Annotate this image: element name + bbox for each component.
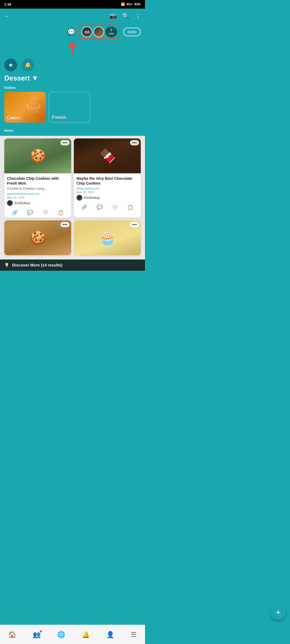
recipe-body-1: Chocolate Chip Cookies with Fresh Mint A… [4, 173, 71, 218]
folder-cakes-label: Cakes! [4, 114, 24, 123]
camera-button[interactable]: 📷 [110, 13, 117, 20]
more-icon: ⋮ [135, 13, 141, 20]
member-avatar-city [93, 27, 104, 37]
status-bar: 1:38 📶 4G+ 93% [0, 0, 145, 9]
members-group[interactable]: DA 7 total [79, 25, 120, 39]
recipe-img-container-1: 🍪 ••• [4, 138, 71, 173]
bell-button[interactable]: 🔔 [21, 58, 34, 71]
header-icons-row: ★ 🔔 [0, 56, 145, 71]
recipe-card-4[interactable]: 🧁 ••• [74, 220, 141, 255]
folder-cakes[interactable]: 🎂 Cakes! [4, 92, 46, 123]
author-avatar-1: 🌑 [7, 200, 13, 206]
recipe-card-2[interactable]: 🍫 ••• Maybe the Very Best Chocolate Chip… [74, 138, 141, 218]
recipe-date-2: May 26, 2021 [77, 191, 138, 194]
recipe-actions-2: 🔗 💬 🤍 📋 [77, 202, 138, 211]
discover-icon: 💡 [4, 263, 9, 268]
recipe-img-container-4: 🧁 ••• [74, 220, 141, 255]
recipe-subtitle-1: A Guide to Creative Living... [7, 187, 68, 191]
recipe-img-container-2: 🍫 ••• [74, 138, 141, 173]
recipe-grid: 🍪 ••• Chocolate Chip Cookies with Fresh … [0, 136, 145, 259]
top-nav: ← 📷 🔍 ⋮ [0, 9, 145, 24]
recipe-actions-1: 🔗 💬 🤍 📋 [7, 208, 68, 217]
arrow-svg [64, 40, 81, 56]
search-icon: 🔍 [122, 13, 129, 20]
comment-btn-2[interactable]: 💬 [96, 204, 104, 210]
discover-label: Discover More (14 results) [12, 263, 63, 267]
save-btn-1[interactable]: 📋 [57, 210, 65, 215]
recipe-menu-btn-2[interactable]: ••• [130, 140, 139, 145]
recipe-date-1: May 26, 2021 [7, 196, 68, 199]
save-btn-2[interactable]: 📋 [126, 204, 134, 210]
folders-label: folders [0, 84, 145, 92]
star-icon: ★ [8, 62, 13, 68]
svg-rect-0 [71, 46, 74, 54]
folder-french[interactable]: French [49, 92, 90, 123]
more-button[interactable]: ⋮ [135, 13, 141, 20]
folder-french-label: French [49, 113, 69, 122]
recipe-menu-btn-1[interactable]: ••• [60, 140, 70, 145]
link-btn-1[interactable]: 🔗 [11, 210, 19, 215]
author-name-1: EricBublup [15, 201, 30, 205]
chat-icon: 💬 [67, 28, 75, 35]
recipe-card-3[interactable]: 🍪 ••• [4, 220, 71, 255]
members-row: 💬 DA 7 total invite [0, 24, 145, 41]
signal-label: 4G+ [126, 2, 133, 6]
like-btn-1[interactable]: 🤍 [41, 210, 49, 215]
items-label: items [0, 127, 145, 135]
author-avatar-2: 🌑 [77, 195, 82, 201]
search-button[interactable]: 🔍 [122, 13, 129, 20]
recipe-card-1[interactable]: 🍪 ••• Chocolate Chip Cookies with Fresh … [4, 138, 71, 218]
recipe-menu-btn-4[interactable]: ••• [130, 222, 139, 227]
recipe-body-2: Maybe the Very Best Chocolate Chip Cooki… [74, 173, 141, 212]
recipe-source-2: tastecooking.com [77, 187, 138, 190]
recipe-title-2: Maybe the Very Best Chocolate Chip Cooki… [77, 176, 138, 186]
recipe-author-row-2: 🌑 EricBublup [77, 195, 138, 201]
dropdown-arrow-icon: ▼ [31, 74, 38, 82]
star-button[interactable]: ★ [4, 58, 17, 71]
member-avatar-da: DA [82, 27, 92, 37]
invite-button[interactable]: invite [123, 28, 141, 36]
svg-marker-1 [67, 41, 78, 47]
wifi-icon: 📶 [121, 2, 125, 6]
camera-icon: 📷 [110, 13, 117, 20]
arrow-indicator [0, 40, 145, 56]
recipe-title-1: Chocolate Chip Cookies with Fresh Mint [7, 176, 68, 186]
status-time: 1:38 [4, 2, 11, 6]
back-button[interactable]: ← [4, 13, 10, 20]
link-btn-2[interactable]: 🔗 [80, 204, 88, 210]
category-title[interactable]: Dessert ▼ [0, 71, 145, 84]
author-name-2: EricBublup [84, 196, 100, 200]
like-btn-2[interactable]: 🤍 [111, 204, 119, 210]
recipe-menu-btn-3[interactable]: ••• [60, 222, 70, 227]
back-icon: ← [4, 13, 10, 20]
discover-bar[interactable]: 💡 Discover More (14 results) [0, 259, 145, 271]
comment-btn-1[interactable]: 💬 [26, 210, 34, 215]
chat-button[interactable]: 💬 [67, 28, 75, 36]
bell-icon: 🔔 [25, 62, 31, 68]
recipe-source-1: agardenforthehouse.com [7, 192, 68, 195]
members-count: 7 total [105, 27, 117, 37]
recipe-author-row-1: 🌑 EricBublup [7, 200, 68, 206]
folders-row: 🎂 Cakes! French [0, 92, 145, 127]
recipe-img-container-3: 🍪 ••• [4, 220, 71, 255]
category-label: Dessert [4, 74, 30, 82]
battery-label: 93% [134, 2, 141, 6]
folder-bg-icon: 🎂 [23, 94, 43, 114]
